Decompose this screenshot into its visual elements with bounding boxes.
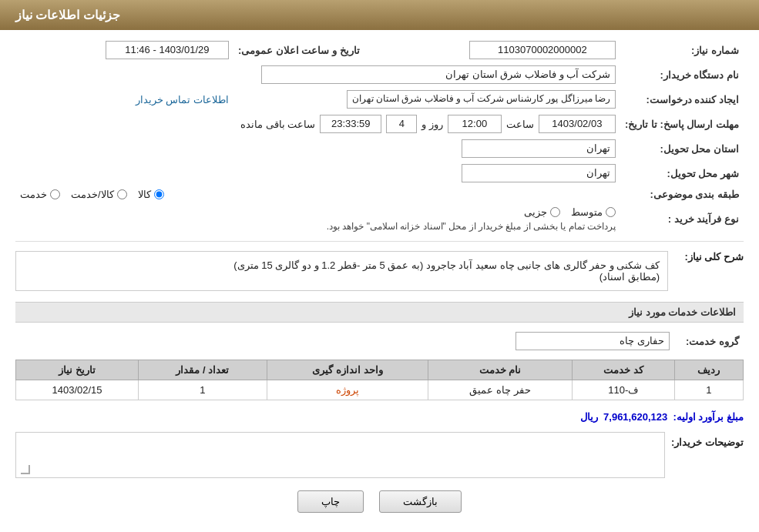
col-header-unit: واحد اندازه گیری [267, 360, 428, 380]
creator-value: رضا میرزاگل پور کارشناس شرکت آب و فاضلاب… [347, 90, 616, 109]
province-label: استان محل تحویل: [620, 136, 744, 161]
process-radio-motavasset[interactable] [606, 207, 616, 217]
buyer-notes-section: توضیحات خریدار: [15, 432, 744, 478]
category-radio-kala[interactable] [154, 189, 164, 199]
amount-label: مبلغ برآورد اولیه: [673, 411, 744, 423]
buyer-notes-box[interactable] [15, 432, 665, 478]
deadline-days: 4 [386, 115, 417, 133]
category-option-khadamat[interactable]: خدمت [20, 189, 60, 200]
buttons-row: بازگشت چاپ [15, 490, 744, 513]
info-table: شماره نیاز: 1103070002000002 تاریخ و ساع… [15, 38, 744, 235]
process-option-motavasset[interactable]: متوسط [571, 206, 616, 218]
page-title: جزئیات اطلاعات نیاز [15, 8, 120, 22]
process-radio-jozii[interactable] [550, 207, 560, 217]
need-number-value: 1103070002000002 [469, 41, 616, 59]
category-khadamat-label: خدمت [20, 189, 47, 200]
col-header-name: نام خدمت [428, 360, 573, 380]
col-header-date: تاریخ نیاز [16, 360, 139, 380]
process-motavasset-label: متوسط [571, 206, 603, 218]
category-option-kala-khadamat[interactable]: کالا/خدمت [71, 189, 127, 200]
description-section: شرح کلی نیاز: کف شکنی و حفر گالری های جا… [15, 246, 744, 296]
buyer-name-label: نام دستگاه خریدار: [620, 62, 744, 87]
category-radio-kala-khadamat[interactable] [117, 189, 127, 199]
creator-label: ایجاد کننده درخواست: [620, 87, 744, 112]
deadline-remain: 23:33:59 [320, 115, 381, 133]
services-table: ردیف کد خدمت نام خدمت واحد اندازه گیری ت… [15, 360, 744, 400]
deadline-date: 1403/02/03 [539, 115, 616, 133]
description-label: شرح کلی نیاز: [674, 246, 744, 263]
col-header-qty: تعداد / مقدار [139, 360, 267, 380]
category-radio-khadamat[interactable] [50, 189, 60, 199]
process-note: پرداخت تمام یا بخشی از مبلغ خریدار از مح… [327, 221, 616, 232]
deadline-time-label: ساعت [506, 119, 534, 130]
amount-value: 7,961,620,123 [603, 411, 667, 423]
deadline-day-label: روز و [421, 119, 443, 130]
page-header: جزئیات اطلاعات نیاز [0, 0, 759, 30]
province-value: تهران [462, 139, 616, 158]
service-group-table: گروه خدمت: حفاری چاه [15, 329, 744, 353]
process-jozii-label: جزیی [524, 206, 547, 218]
buyer-notes-label: توضیحات خریدار: [671, 432, 744, 448]
col-header-row: ردیف [674, 360, 743, 380]
date-label: تاریخ و ساعت اعلان عمومی: [233, 38, 364, 62]
amount-row: مبلغ برآورد اولیه: 7,961,620,123 ریال [15, 407, 744, 427]
deadline-time: 12:00 [448, 115, 502, 133]
back-button[interactable]: بازگشت [379, 490, 462, 513]
contact-link[interactable]: اطلاعات تماس خریدار [136, 94, 229, 105]
deadline-label: مهلت ارسال پاسخ: تا تاریخ: [620, 112, 744, 136]
description-text: کف شکنی و حفر گالری های جانبی چاه سعید آ… [24, 259, 660, 283]
description-box: کف شکنی و حفر گالری های جانبی چاه سعید آ… [15, 251, 668, 291]
city-label: شهر محل تحویل: [620, 161, 744, 186]
buyer-name-value: شرکت آب و فاضلاب شرق استان تهران [261, 65, 616, 84]
category-group: خدمت کالا/خدمت کالا [20, 189, 616, 200]
service-group-value: حفاری چاه [516, 332, 670, 350]
category-option-kala[interactable]: کالا [138, 189, 164, 200]
category-kala-label: کالا [138, 189, 151, 200]
city-value: تهران [462, 164, 616, 182]
print-button[interactable]: چاپ [297, 490, 364, 513]
amount-unit: ریال [580, 411, 598, 423]
process-option-jozii[interactable]: جزیی [524, 206, 560, 218]
date-value: 1403/01/29 - 11:46 [106, 41, 229, 59]
process-group: جزیی متوسط [524, 206, 616, 218]
process-label: نوع فرآیند خرید : [620, 203, 744, 235]
category-kala-khadamat-label: کالا/خدمت [71, 189, 114, 200]
deadline-remain-label: ساعت باقی مانده [240, 119, 315, 130]
need-number-label: شماره نیاز: [620, 38, 744, 62]
col-header-code: کد خدمت [572, 360, 674, 380]
services-section-title: اطلاعات خدمات مورد نیاز [15, 302, 744, 323]
service-group-label: گروه خدمت: [674, 329, 744, 353]
category-label: طبقه بندی موضوعی: [620, 186, 744, 203]
table-row: 1ف-110حفر چاه عمیقپروژه11403/02/15 [16, 380, 744, 400]
